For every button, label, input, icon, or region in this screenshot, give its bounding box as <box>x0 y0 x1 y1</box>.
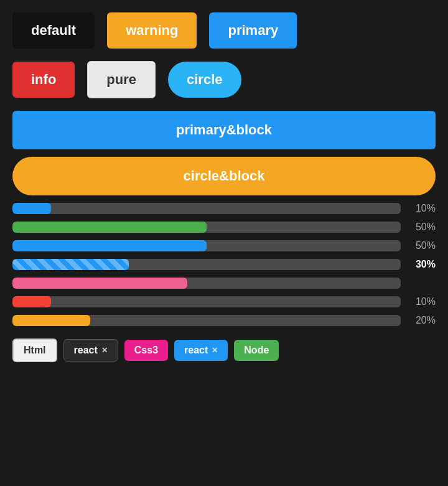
tag-react-blue-label: react <box>184 345 208 356</box>
tag-react-dark-label: react <box>74 345 98 356</box>
progress-row-5 <box>12 278 436 289</box>
progress-bar-container-7 <box>12 315 401 326</box>
tag-react-blue-close[interactable]: ✕ <box>212 346 218 355</box>
progress-bar-fill-5 <box>12 278 187 289</box>
progress-bar-fill-3 <box>12 240 207 251</box>
progress-label-2: 50% <box>407 222 436 233</box>
progress-row-7: 20% <box>12 315 436 326</box>
progress-row-6: 10% <box>12 296 436 307</box>
progress-label-4: 30% <box>407 259 436 270</box>
progress-bar-fill-1 <box>12 203 51 214</box>
progress-bar-container-1 <box>12 203 401 214</box>
tag-react-dark[interactable]: react ✕ <box>63 339 118 362</box>
tag-node[interactable]: Node <box>234 340 279 361</box>
progress-row-3: 50% <box>12 240 436 251</box>
buttons-row-1: default warning primary <box>12 12 436 49</box>
progress-label-7: 20% <box>407 315 436 326</box>
progress-bar-fill-6 <box>12 296 51 307</box>
progress-bar-fill-2 <box>12 222 207 233</box>
warning-button[interactable]: warning <box>107 12 197 49</box>
progress-section: 10% 50% 50% 30% 10% 20% <box>12 203 436 326</box>
tags-row: Html react ✕ Css3 react ✕ Node <box>12 339 436 362</box>
progress-row-2: 50% <box>12 222 436 233</box>
tag-react-blue[interactable]: react ✕ <box>174 340 228 361</box>
progress-row-1: 10% <box>12 203 436 214</box>
progress-bar-container-6 <box>12 296 401 307</box>
progress-label-6: 10% <box>407 296 436 307</box>
circle-block-button[interactable]: circle&block <box>12 157 436 195</box>
progress-bar-fill-4 <box>12 259 129 270</box>
circle-button[interactable]: circle <box>168 62 241 98</box>
pure-button[interactable]: pure <box>87 61 156 98</box>
progress-bar-container-3 <box>12 240 401 251</box>
tag-html[interactable]: Html <box>12 339 57 362</box>
tag-react-dark-close[interactable]: ✕ <box>101 346 108 355</box>
progress-bar-fill-7 <box>12 315 90 326</box>
buttons-row-2: info pure circle <box>12 61 436 98</box>
primary-block-button[interactable]: primary&block <box>12 111 436 149</box>
progress-label-1: 10% <box>407 203 436 214</box>
progress-row-4: 30% <box>12 259 436 270</box>
progress-bar-container-4 <box>12 259 401 270</box>
default-button[interactable]: default <box>12 12 95 49</box>
tag-css3[interactable]: Css3 <box>124 340 168 361</box>
primary-button[interactable]: primary <box>209 12 297 49</box>
progress-bar-container-5 <box>12 278 401 289</box>
progress-bar-container-2 <box>12 222 401 233</box>
progress-label-3: 50% <box>407 240 436 251</box>
info-button[interactable]: info <box>12 62 75 98</box>
